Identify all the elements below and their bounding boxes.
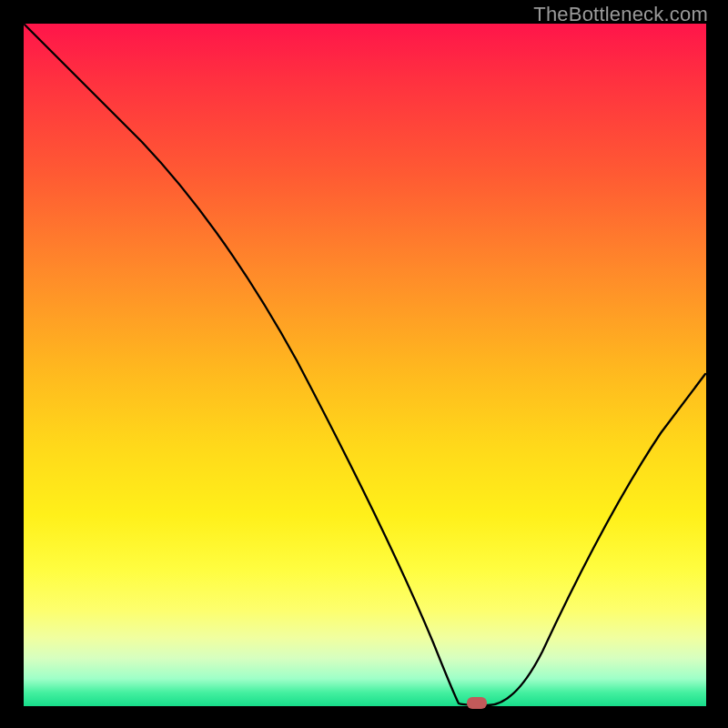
plot-area xyxy=(24,24,706,706)
curve-path xyxy=(25,25,705,705)
optimal-marker xyxy=(467,697,487,709)
chart-frame: TheBottleneck.com xyxy=(0,0,728,728)
bottleneck-curve xyxy=(24,24,706,706)
